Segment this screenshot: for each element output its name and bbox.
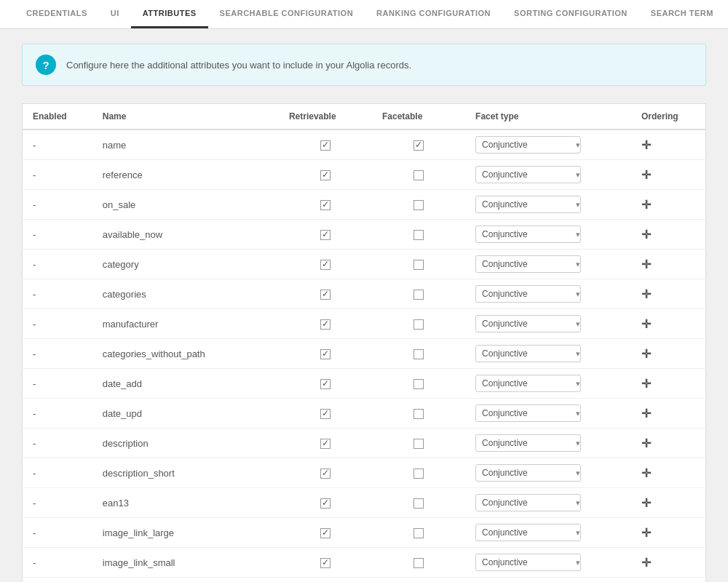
cell-ordering-7: ✛ [631,339,706,369]
cell-name-10: description [92,428,279,458]
ordering-plus-13[interactable]: ✛ [641,527,651,539]
retrievable-checkbox-11[interactable] [320,469,331,479]
ordering-plus-12[interactable]: ✛ [641,497,651,509]
ordering-plus-3[interactable]: ✛ [641,228,651,241]
cell-facetable-11 [372,458,465,488]
facetable-checkbox-9[interactable] [414,409,424,419]
tab-ui[interactable]: UI [99,0,131,28]
facetable-checkbox-10[interactable] [414,439,424,449]
facettype-select-6[interactable]: ConjunctiveDisjunctive [475,315,581,332]
retrievable-checkbox-9[interactable] [320,409,331,419]
facetable-checkbox-13[interactable] [414,528,424,538]
facetable-checkbox-5[interactable] [414,290,424,300]
ordering-plus-4[interactable]: ✛ [641,258,651,271]
ordering-plus-8[interactable]: ✛ [641,378,651,390]
facetable-checkbox-0[interactable] [414,140,424,151]
facettype-select-7[interactable]: ConjunctiveDisjunctive [475,345,581,362]
cell-facetable-2 [372,190,465,220]
ordering-plus-14[interactable]: ✛ [641,557,651,569]
facettype-select-12[interactable]: ConjunctiveDisjunctive [475,494,581,511]
ordering-plus-7[interactable]: ✛ [641,348,651,360]
cell-facettype-2: ConjunctiveDisjunctive [465,190,631,220]
facettype-select-14[interactable]: ConjunctiveDisjunctive [475,554,581,571]
ordering-plus-10[interactable]: ✛ [641,437,651,450]
cell-name-8: date_add [92,369,279,399]
cell-retrievable-10 [279,428,372,458]
facetable-checkbox-7[interactable] [414,349,424,359]
ordering-plus-6[interactable]: ✛ [641,318,651,330]
tab-search-term[interactable]: SEARCH TERM [639,0,725,28]
cell-retrievable-9 [279,399,372,428]
tab-ranking-config[interactable]: RANKING CONFIGURATION [365,0,502,28]
cell-facettype-9: ConjunctiveDisjunctive [465,399,631,428]
retrievable-checkbox-0[interactable] [320,140,331,151]
ordering-plus-11[interactable]: ✛ [641,467,651,479]
facettype-select-2[interactable]: ConjunctiveDisjunctive [475,196,581,213]
tab-searchable-config[interactable]: SEARCHABLE CONFIGURATION [208,0,365,28]
retrievable-checkbox-12[interactable] [320,498,331,509]
facetable-checkbox-2[interactable] [414,200,424,210]
facettype-select-5[interactable]: ConjunctiveDisjunctive [475,285,581,303]
retrievable-checkbox-3[interactable] [320,230,331,240]
cell-ordering-8: ✛ [631,369,706,399]
facetable-checkbox-14[interactable] [414,558,424,568]
cell-enabled-2: - [23,190,92,220]
table-header: Enabled Name Retrievable Facetable Facet… [23,104,706,130]
cell-facettype-3: ConjunctiveDisjunctive [465,220,631,250]
facetable-checkbox-4[interactable] [414,260,424,270]
cell-facettype-1: ConjunctiveDisjunctive [465,160,631,190]
retrievable-checkbox-14[interactable] [320,558,331,568]
facettype-select-10[interactable]: ConjunctiveDisjunctive [475,434,581,452]
retrievable-checkbox-8[interactable] [320,379,331,389]
retrievable-checkbox-2[interactable] [320,200,331,210]
facettype-select-13[interactable]: ConjunctiveDisjunctive [475,524,581,541]
retrievable-checkbox-13[interactable] [320,528,331,538]
facetable-checkbox-1[interactable] [414,170,424,180]
facettype-select-4[interactable]: ConjunctiveDisjunctive [475,255,581,273]
table-row: -ean13ConjunctiveDisjunctive✛ [23,488,706,518]
facettype-select-3[interactable]: ConjunctiveDisjunctive [475,226,581,243]
retrievable-checkbox-1[interactable] [320,170,331,180]
facetable-checkbox-3[interactable] [414,230,424,240]
col-header-facetable: Facetable [372,104,465,130]
cell-ordering-9: ✛ [631,399,706,428]
cell-name-6: manufacturer [92,309,279,339]
facetable-checkbox-8[interactable] [414,379,424,389]
facettype-select-9[interactable]: ConjunctiveDisjunctive [475,404,581,422]
cell-enabled-14: - [23,548,92,578]
table-row: -available_nowConjunctiveDisjunctive✛ [23,220,706,250]
retrievable-checkbox-4[interactable] [320,260,331,270]
cell-facetable-13 [372,518,465,548]
page-wrapper: CREDENTIALSUIATTRIBUTESSEARCHABLE CONFIG… [0,0,728,582]
ordering-plus-0[interactable]: ✛ [641,139,651,151]
tab-sorting-config[interactable]: SORTING CONFIGURATION [502,0,639,28]
retrievable-checkbox-7[interactable] [320,349,331,359]
facettype-select-0[interactable]: ConjunctiveDisjunctive [475,136,581,154]
cell-retrievable-8 [279,369,372,399]
facetable-checkbox-6[interactable] [414,319,424,330]
ordering-plus-1[interactable]: ✛ [641,169,651,181]
cell-retrievable-5 [279,279,372,309]
retrievable-checkbox-10[interactable] [320,439,331,449]
cell-name-3: available_now [92,220,279,250]
ordering-plus-9[interactable]: ✛ [641,407,651,420]
cell-facettype-7: ConjunctiveDisjunctive [465,339,631,369]
retrievable-checkbox-5[interactable] [320,290,331,300]
facetable-checkbox-11[interactable] [414,469,424,479]
facetable-checkbox-12[interactable] [414,498,424,509]
ordering-plus-5[interactable]: ✛ [641,288,651,300]
facettype-select-1[interactable]: ConjunctiveDisjunctive [475,166,581,183]
cell-ordering-11: ✛ [631,458,706,488]
cell-name-2: on_sale [92,190,279,220]
ordering-plus-2[interactable]: ✛ [641,199,651,211]
cell-facetable-0 [372,129,465,160]
tab-attributes[interactable]: ATTRIBUTES [131,0,208,28]
facettype-select-wrapper-0: ConjunctiveDisjunctive [475,136,585,154]
facettype-select-11[interactable]: ConjunctiveDisjunctive [475,464,581,482]
cell-retrievable-6 [279,309,372,339]
cell-facettype-5: ConjunctiveDisjunctive [465,279,631,309]
retrievable-checkbox-6[interactable] [320,319,331,330]
tab-credentials[interactable]: CREDENTIALS [15,0,99,28]
facettype-select-8[interactable]: ConjunctiveDisjunctive [475,375,581,392]
cell-facettype-12: ConjunctiveDisjunctive [465,488,631,518]
